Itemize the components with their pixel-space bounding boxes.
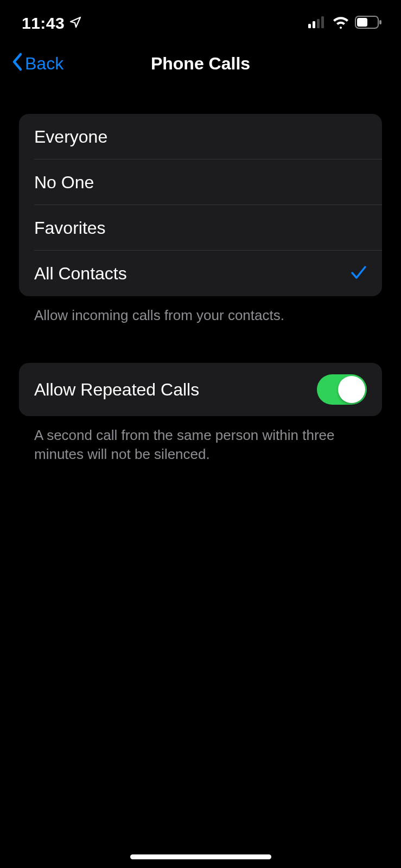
- allow-from-footer: Allow incoming calls from your contacts.: [19, 296, 382, 325]
- back-button[interactable]: Back: [11, 52, 63, 76]
- svg-rect-0: [308, 24, 311, 28]
- wifi-icon: [332, 16, 349, 31]
- cellular-signal-icon: [308, 16, 327, 30]
- repeated-calls-group: Allow Repeated Calls: [19, 363, 382, 416]
- svg-rect-2: [317, 19, 320, 28]
- svg-rect-6: [379, 20, 381, 24]
- repeated-calls-footer: A second call from the same person withi…: [19, 416, 382, 464]
- allow-repeated-calls-toggle[interactable]: [317, 374, 367, 405]
- svg-rect-3: [321, 16, 324, 28]
- option-label: No One: [34, 173, 94, 193]
- location-arrow-icon: [69, 16, 82, 31]
- content: Everyone No One Favorites All Contacts A…: [0, 84, 401, 464]
- option-favorites[interactable]: Favorites: [19, 205, 382, 251]
- status-left: 11:43: [22, 14, 82, 33]
- status-bar: 11:43: [0, 0, 401, 41]
- page-title: Phone Calls: [151, 54, 250, 74]
- allow-calls-from-group: Everyone No One Favorites All Contacts: [19, 114, 382, 296]
- option-label: All Contacts: [34, 264, 127, 284]
- option-label: Favorites: [34, 218, 106, 238]
- option-label: Everyone: [34, 127, 107, 147]
- svg-rect-5: [357, 18, 367, 27]
- option-no-one[interactable]: No One: [19, 159, 382, 205]
- home-indicator[interactable]: [130, 854, 271, 859]
- option-all-contacts[interactable]: All Contacts: [19, 251, 382, 296]
- battery-icon: [355, 16, 382, 31]
- checkmark-icon: [351, 265, 367, 282]
- allow-repeated-calls-row[interactable]: Allow Repeated Calls: [19, 363, 382, 416]
- status-right: [308, 16, 382, 31]
- option-everyone[interactable]: Everyone: [19, 114, 382, 159]
- svg-rect-1: [313, 21, 315, 28]
- chevron-left-icon: [11, 52, 24, 76]
- toggle-knob: [338, 376, 365, 403]
- back-label: Back: [25, 54, 63, 74]
- status-time: 11:43: [22, 14, 65, 33]
- row-label: Allow Repeated Calls: [34, 380, 199, 400]
- navigation-bar: Back Phone Calls: [0, 41, 401, 84]
